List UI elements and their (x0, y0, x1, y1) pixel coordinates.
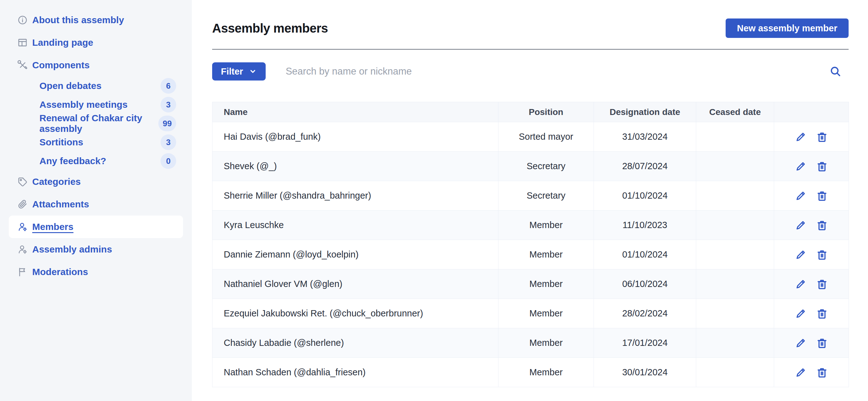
cell-actions (774, 299, 849, 328)
tools-icon (17, 60, 28, 70)
edit-button[interactable] (794, 219, 807, 232)
delete-button[interactable] (815, 189, 829, 202)
cell-designation-date: 28/07/2024 (594, 152, 696, 181)
filter-button-label: Filter (221, 66, 243, 77)
table-header: Name Position Designation date Ceased da… (213, 102, 849, 122)
cell-name: Nathaniel Glover VM (@glen) (213, 269, 498, 299)
filter-button[interactable]: Filter (212, 62, 266, 81)
delete-button[interactable] (815, 130, 829, 143)
sidebar-item-components[interactable]: Components (9, 54, 183, 77)
sidebar-item-label: Assembly admins (32, 244, 112, 255)
page-title: Assembly members (212, 21, 328, 35)
edit-button[interactable] (794, 130, 807, 143)
search-icon (829, 65, 842, 78)
cell-ceased-date (696, 122, 774, 152)
cell-name: Dannie Ziemann (@loyd_koelpin) (213, 240, 498, 269)
row-actions (774, 337, 848, 350)
sidebar-item-label: Moderations (32, 266, 88, 277)
cell-position: Member (498, 210, 594, 240)
sidebar-item-renewal-of-chakar-city-assembly[interactable]: Renewal of Chakar city assembly99 (9, 114, 183, 133)
edit-button[interactable] (794, 248, 807, 261)
cell-position: Member (498, 240, 594, 269)
sidebar-item-sortitions[interactable]: Sortitions3 (9, 133, 183, 152)
pencil-icon (795, 308, 807, 319)
column-header-actions (774, 102, 849, 122)
pencil-icon (795, 190, 807, 202)
edit-button[interactable] (794, 160, 807, 173)
trash-icon (816, 219, 828, 231)
pencil-icon (795, 278, 807, 290)
delete-button[interactable] (815, 366, 829, 379)
search-input[interactable] (266, 62, 828, 81)
delete-button[interactable] (815, 337, 829, 350)
sidebar-item-about-this-assembly[interactable]: About this assembly (9, 9, 183, 31)
tag-icon (17, 176, 28, 187)
trash-icon (816, 367, 828, 378)
trash-icon (816, 337, 828, 349)
sidebar-item-landing-page[interactable]: Landing page (9, 31, 183, 54)
delete-button[interactable] (815, 278, 829, 291)
cell-name: Kyra Leuschke (213, 210, 498, 240)
cell-position: Member (498, 299, 594, 328)
pencil-icon (795, 131, 807, 143)
delete-button[interactable] (815, 248, 829, 261)
pencil-icon (795, 367, 807, 378)
cell-position: Member (498, 358, 594, 387)
sidebar-item-label: Assembly meetings (39, 99, 160, 110)
sidebar-item-assembly-meetings[interactable]: Assembly meetings3 (9, 95, 183, 114)
delete-button[interactable] (815, 160, 829, 173)
cell-actions (774, 358, 849, 387)
delete-button[interactable] (815, 307, 829, 320)
new-assembly-member-button[interactable]: New assembly member (725, 19, 848, 38)
edit-button[interactable] (794, 189, 807, 202)
cell-actions (774, 122, 849, 152)
sidebar: About this assemblyLanding pageComponent… (0, 0, 192, 401)
cell-designation-date: 01/10/2024 (594, 240, 696, 269)
sidebar-item-moderations[interactable]: Moderations (9, 261, 183, 283)
count-badge: 3 (160, 97, 176, 112)
page-header: Assembly members New assembly member (212, 18, 848, 38)
cell-position: Sorted mayor (498, 122, 594, 152)
search-button[interactable] (828, 64, 843, 79)
edit-button[interactable] (794, 366, 807, 379)
delete-button[interactable] (815, 219, 829, 232)
cell-ceased-date (696, 152, 774, 181)
cell-position: Secretary (498, 152, 594, 181)
table-row: Hai Davis (@brad_funk)Sorted mayor31/03/… (213, 122, 849, 152)
cell-name: Shevek (@_) (213, 152, 498, 181)
cell-designation-date: 06/10/2024 (594, 269, 696, 299)
cell-position: Secretary (498, 181, 594, 210)
sidebar-item-categories[interactable]: Categories (9, 170, 183, 193)
cell-actions (774, 210, 849, 240)
pencil-icon (795, 337, 807, 349)
user-gear-icon (17, 222, 28, 232)
sidebar-item-attachments[interactable]: Attachments (9, 193, 183, 216)
pencil-icon (795, 219, 807, 231)
edit-button[interactable] (794, 337, 807, 350)
sidebar-item-open-debates[interactable]: Open debates6 (9, 77, 183, 95)
trash-icon (816, 161, 828, 172)
edit-button[interactable] (794, 307, 807, 320)
edit-button[interactable] (794, 278, 807, 291)
sidebar-item-members[interactable]: Members (9, 216, 183, 238)
landing-page-icon (17, 37, 28, 48)
cell-name: Chasidy Labadie (@sherlene) (213, 328, 498, 358)
column-header-ceased-date: Ceased date (696, 102, 774, 122)
sidebar-item-any-feedback[interactable]: Any feedback?0 (9, 152, 183, 170)
column-header-position: Position (498, 102, 594, 122)
sidebar-item-label: Any feedback? (39, 156, 160, 166)
sidebar-item-assembly-admins[interactable]: Assembly admins (9, 238, 183, 261)
cell-designation-date: 01/10/2024 (594, 181, 696, 210)
sidebar-item-label: Sortitions (39, 137, 160, 148)
main-content: Assembly members New assembly member Fil… (192, 0, 868, 401)
row-actions (774, 278, 848, 291)
row-actions (774, 366, 848, 379)
chevron-down-icon (249, 67, 257, 76)
table-body: Hai Davis (@brad_funk)Sorted mayor31/03/… (213, 122, 849, 387)
sidebar-list: About this assemblyLanding pageComponent… (0, 9, 192, 283)
cell-name: Ezequiel Jakubowski Ret. (@chuck_oberbru… (213, 299, 498, 328)
sidebar-item-label: Members (32, 222, 73, 232)
table-row: Sherrie Miller (@shandra_bahringer)Secre… (213, 181, 849, 210)
table-row: Chasidy Labadie (@sherlene)Member17/01/2… (213, 328, 849, 358)
trash-icon (816, 249, 828, 261)
